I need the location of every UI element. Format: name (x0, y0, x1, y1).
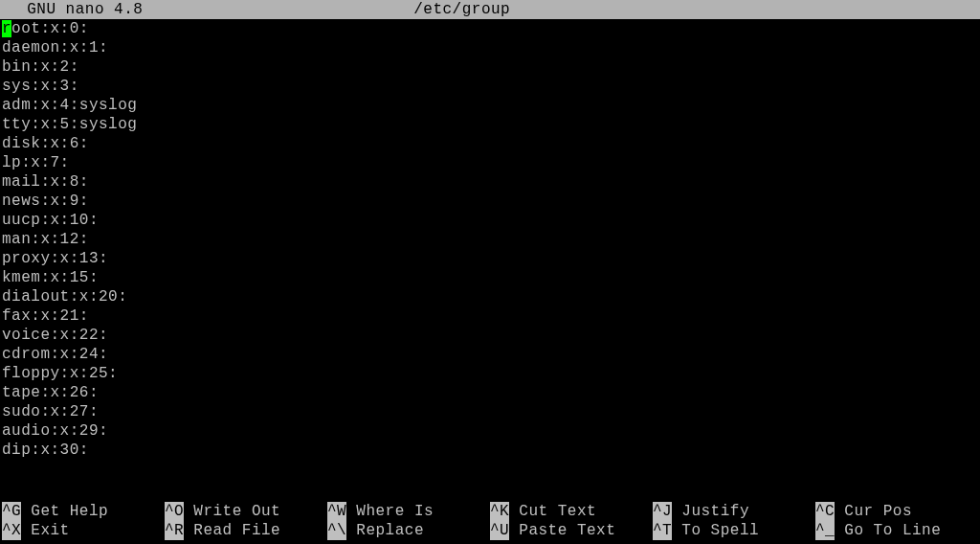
file-line: floppy:x:25: (2, 364, 978, 383)
help-item[interactable]: ^G Get Help (2, 502, 165, 521)
file-line: man:x:12: (2, 230, 978, 249)
shortcut-label: Read File (184, 521, 280, 540)
file-line: mail:x:8: (2, 172, 978, 192)
shortcut-key: ^U (490, 521, 509, 540)
help-item[interactable]: ^_ Go To Line (815, 521, 978, 540)
shortcut-key: ^X (2, 521, 21, 540)
shortcut-key: ^J (653, 502, 672, 521)
shortcut-label: Replace (346, 521, 424, 540)
file-line: root:x:0: (2, 19, 978, 38)
shortcut-key: ^O (165, 502, 184, 521)
help-item[interactable]: ^R Read File (165, 521, 327, 540)
shortcut-key: ^R (165, 521, 184, 540)
help-row-1: ^G Get Help^O Write Out^W Where Is^K Cut… (2, 502, 978, 521)
shortcut-key: ^G (2, 502, 21, 521)
filename: /etc/group (143, 1, 781, 18)
shortcut-label: To Spell (672, 521, 759, 540)
file-line: tty:x:5:syslog (2, 115, 978, 134)
help-item[interactable]: ^C Cur Pos (815, 502, 978, 521)
help-item[interactable]: ^O Write Out (165, 502, 327, 521)
shortcut-key: ^K (490, 502, 509, 521)
shortcut-label: Where Is (346, 502, 434, 521)
help-item[interactable]: ^J Justify (653, 502, 815, 521)
help-item[interactable]: ^T To Spell (653, 521, 815, 540)
file-line: sudo:x:27: (2, 402, 978, 421)
shortcut-key: ^_ (815, 521, 835, 540)
shortcut-key: ^T (653, 521, 672, 540)
file-line: proxy:x:13: (2, 249, 978, 268)
file-line: disk:x:6: (2, 134, 978, 153)
file-line: daemon:x:1: (2, 38, 978, 57)
file-line: kmem:x:15: (2, 268, 978, 287)
file-line: voice:x:22: (2, 326, 978, 345)
file-line: bin:x:2: (2, 57, 978, 77)
shortcut-key: ^C (815, 502, 835, 521)
app-name: GNU nano 4.8 (8, 1, 143, 18)
shortcut-key: ^W (327, 502, 346, 521)
shortcut-label: Paste Text (509, 521, 615, 540)
title-bar: GNU nano 4.8 /etc/group (0, 0, 980, 19)
file-line: audio:x:29: (2, 421, 978, 441)
cursor: r (2, 20, 11, 37)
shortcut-label: Get Help (21, 502, 108, 521)
shortcut-label: Justify (672, 502, 749, 521)
file-line: tape:x:26: (2, 383, 978, 402)
file-line: sys:x:3: (2, 77, 978, 96)
file-line: dip:x:30: (2, 441, 978, 460)
shortcut-label: Write Out (184, 502, 280, 521)
help-item[interactable]: ^K Cut Text (490, 502, 653, 521)
file-line: dialout:x:20: (2, 287, 978, 306)
help-bar: ^G Get Help^O Write Out^W Where Is^K Cut… (0, 502, 980, 544)
help-row-2: ^X Exit^R Read File^\ Replace^U Paste Te… (2, 521, 978, 540)
file-line: lp:x:7: (2, 153, 978, 172)
help-item[interactable]: ^W Where Is (327, 502, 490, 521)
file-line: cdrom:x:24: (2, 345, 978, 364)
line-text: oot:x:0: (11, 20, 89, 37)
file-line: news:x:9: (2, 192, 978, 211)
shortcut-label: Cut Text (509, 502, 596, 521)
help-item[interactable]: ^X Exit (2, 521, 165, 540)
help-item[interactable]: ^\ Replace (327, 521, 490, 540)
shortcut-key: ^\ (327, 521, 346, 540)
shortcut-label: Exit (21, 521, 70, 540)
file-line: uucp:x:10: (2, 211, 978, 230)
editor-content[interactable]: root:x:0: daemon:x:1:bin:x:2:sys:x:3:adm… (0, 19, 980, 460)
shortcut-label: Cur Pos (835, 502, 912, 521)
file-line: fax:x:21: (2, 306, 978, 326)
file-line: adm:x:4:syslog (2, 96, 978, 115)
help-item[interactable]: ^U Paste Text (490, 521, 653, 540)
shortcut-label: Go To Line (835, 521, 941, 540)
